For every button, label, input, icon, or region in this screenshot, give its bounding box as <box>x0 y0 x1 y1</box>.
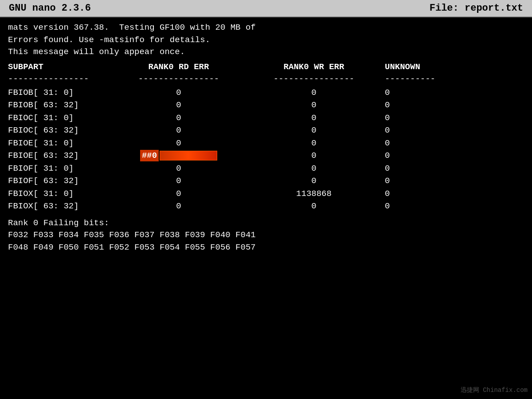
info-line2: Errors found. Use -matsinfo for details. <box>8 34 524 47</box>
divider-unk: ---------- <box>376 73 442 86</box>
table-row: FBIOF[ 63: 32] 0 0 0 <box>8 175 524 188</box>
subpart-label: FBIOX[ 31: 0] <box>8 188 101 200</box>
table-row: FBIOX[ 63: 32] 0 0 0 <box>8 200 524 213</box>
wr-err-value: 0 <box>239 124 376 137</box>
rd-err-value: 0 <box>101 86 239 99</box>
subpart-label: FBIOF[ 31: 0] <box>8 162 101 175</box>
table-row: FBIOE[ 31: 0] 0 0 0 <box>8 137 524 150</box>
col-header-subpart: SUBPART <box>8 61 101 74</box>
file-name: File: report.txt <box>430 3 523 14</box>
subpart-label: FBIOE[ 31: 0] <box>8 137 101 150</box>
wr-err-value: 0 <box>239 200 376 213</box>
wr-err-value: 0 <box>239 175 376 188</box>
info-line1: mats version 367.38. Testing GF100 with … <box>8 22 524 34</box>
terminal-window: mats version 367.38. Testing GF100 with … <box>0 17 532 394</box>
rd-err-value: 0 <box>101 175 239 188</box>
info-line3: This message will only appear once. <box>8 46 524 59</box>
unk-value: 0 <box>376 149 442 162</box>
col-header-rank0wr: RANK0 WR ERR <box>239 61 376 74</box>
error-bar <box>160 151 217 160</box>
unk-value: 0 <box>376 188 442 200</box>
unk-value: 0 <box>376 162 442 175</box>
subpart-label: FBIOB[ 63: 32] <box>8 99 101 112</box>
failing-bits-row2: F048 F049 F050 F051 F052 F053 F054 F055 … <box>8 242 524 254</box>
table-row: FBIOB[ 31: 0] 0 0 0 <box>8 86 524 99</box>
table-row-large-err: FBIOX[ 31: 0] 0 1138868 0 <box>8 188 524 200</box>
subpart-label: FBIOF[ 63: 32] <box>8 175 101 188</box>
watermark: 迅捷网 Chinafix.com <box>461 386 528 394</box>
unk-value: 0 <box>376 86 442 99</box>
wr-err-large: 1138868 <box>239 188 376 200</box>
unk-value: 0 <box>376 200 442 213</box>
divider-subpart: ---------------- <box>8 73 101 86</box>
divider-rd: ---------------- <box>101 73 239 86</box>
data-table: FBIOB[ 31: 0] 0 0 0 FBIOB[ 63: 32] 0 0 0… <box>8 86 524 213</box>
subpart-label: FBIOE[ 63: 32] <box>8 149 101 162</box>
table-dividers: ---------------- ---------------- ------… <box>8 73 524 86</box>
title-bar: GNU nano 2.3.6 File: report.txt <box>0 0 532 17</box>
unk-value: 0 <box>376 124 442 137</box>
unk-value: 0 <box>376 137 442 150</box>
table-row: FBIOB[ 63: 32] 0 0 0 <box>8 99 524 112</box>
subpart-label: FBIOX[ 63: 32] <box>8 200 101 213</box>
rd-err-value: 0 <box>101 200 239 213</box>
wr-err-value: 0 <box>239 162 376 175</box>
unk-value: 0 <box>376 112 442 125</box>
table-row-error: FBIOE[ 63: 32] ##0 0 0 <box>8 149 524 162</box>
rd-err-value: 0 <box>101 112 239 125</box>
app-name: GNU nano 2.3.6 <box>9 3 91 14</box>
unk-value: 0 <box>376 175 442 188</box>
unk-value: 0 <box>376 99 442 112</box>
rd-err-value: 0 <box>101 99 239 112</box>
rd-err-value-error: ##0 <box>101 149 239 162</box>
subpart-label: FBIOB[ 31: 0] <box>8 86 101 99</box>
wr-err-value: 0 <box>239 137 376 150</box>
rd-err-value: 0 <box>101 124 239 137</box>
failing-bits-row1: F032 F033 F034 F035 F036 F037 F038 F039 … <box>8 229 524 242</box>
table-row: FBIOF[ 31: 0] 0 0 0 <box>8 162 524 175</box>
failing-bits-section: Rank 0 Failing bits: F032 F033 F034 F035… <box>8 217 524 254</box>
subpart-label: FBIOC[ 63: 32] <box>8 124 101 137</box>
divider-wr: ---------------- <box>239 73 376 86</box>
rd-err-value: 0 <box>101 188 239 200</box>
col-header-unknown: UNKNOWN <box>376 61 442 74</box>
wr-err-value: 0 <box>239 112 376 125</box>
failing-bits-label: Rank 0 Failing bits: <box>8 217 524 230</box>
wr-err-value: 0 <box>239 86 376 99</box>
wr-err-value: 0 <box>239 149 376 162</box>
col-header-rank0rd: RANK0 RD ERR <box>101 61 239 74</box>
table-row: FBIOC[ 63: 32] 0 0 0 <box>8 124 524 137</box>
rd-err-value: 0 <box>101 162 239 175</box>
wr-err-value: 0 <box>239 99 376 112</box>
cursor-highlight: ##0 <box>140 150 159 161</box>
table-header: SUBPART RANK0 RD ERR RANK0 WR ERR UNKNOW… <box>8 61 524 74</box>
rd-err-value: 0 <box>101 137 239 150</box>
table-row: FBIOC[ 31: 0] 0 0 0 <box>8 112 524 125</box>
subpart-label: FBIOC[ 31: 0] <box>8 112 101 125</box>
